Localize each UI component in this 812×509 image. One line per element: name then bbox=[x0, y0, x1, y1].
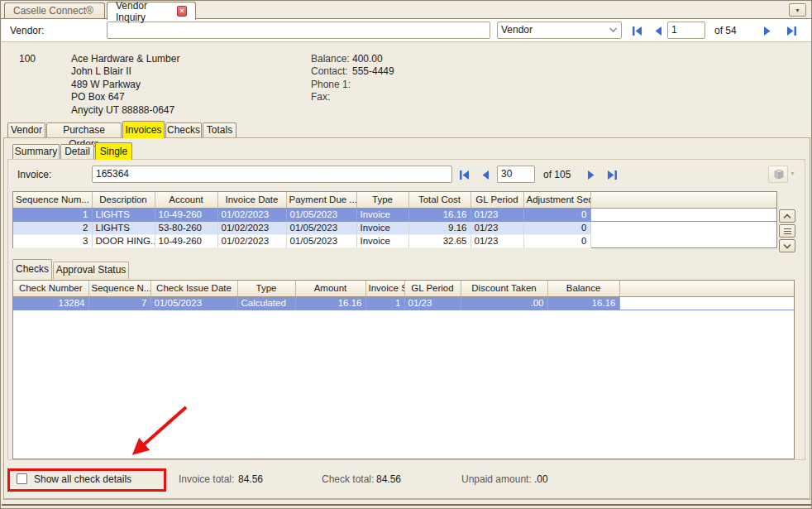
close-icon[interactable]: × bbox=[177, 6, 187, 17]
cell[interactable]: Invoice bbox=[356, 234, 408, 247]
cell[interactable]: 01/05/2023 bbox=[286, 234, 356, 247]
col-amount[interactable]: Amount bbox=[295, 281, 365, 296]
tab-invoices[interactable]: Invoices bbox=[122, 121, 165, 138]
cell[interactable]: 01/23 bbox=[470, 221, 523, 234]
col-sequence-number[interactable]: Sequence N... bbox=[88, 281, 150, 296]
cell[interactable]: 16.16 bbox=[408, 208, 470, 221]
invoice-nav-next-button[interactable] bbox=[582, 166, 600, 183]
scroll-up-button[interactable] bbox=[779, 209, 795, 223]
col-discount-taken[interactable]: Discount Taken bbox=[461, 281, 547, 296]
tab-detail[interactable]: Detail bbox=[60, 144, 94, 159]
cell[interactable]: 01/02/2023 bbox=[217, 221, 286, 234]
attachments-button[interactable] bbox=[768, 166, 788, 183]
attachments-dropdown-icon[interactable]: ▼ bbox=[790, 170, 795, 176]
vendor-nav-next-button[interactable] bbox=[758, 22, 776, 39]
cell[interactable]: 01/05/2023 bbox=[150, 296, 237, 310]
invoice-nav-first-button[interactable] bbox=[455, 166, 473, 183]
cell[interactable]: 1 bbox=[13, 208, 92, 221]
tab-summary[interactable]: Summary bbox=[12, 144, 60, 159]
check-row-selected[interactable]: 13284 7 01/05/2023 Calculated 16.16 1 01… bbox=[13, 296, 794, 310]
cell[interactable]: 01/05/2023 bbox=[286, 221, 356, 234]
tab-approval-status[interactable]: Approval Status bbox=[53, 262, 129, 279]
col-type[interactable]: Type bbox=[356, 192, 408, 208]
invoice-row[interactable]: 3 DOOR HING... 10-49-260 01/02/2023 01/0… bbox=[13, 234, 776, 247]
scroll-down-button[interactable] bbox=[779, 239, 795, 252]
cell[interactable]: .00 bbox=[461, 296, 547, 310]
cell[interactable]: 10-49-260 bbox=[155, 234, 217, 247]
window-bottom-border bbox=[2, 504, 812, 506]
vendor-record-input[interactable]: 1 bbox=[667, 22, 705, 39]
cell[interactable]: 01/23 bbox=[404, 296, 461, 310]
cell[interactable]: Calculated bbox=[237, 296, 295, 310]
vendor-number: 100 bbox=[19, 53, 36, 65]
cell[interactable]: DOOR HING... bbox=[92, 234, 155, 247]
vendor-filter-value: Vendor bbox=[501, 22, 533, 38]
tab-single[interactable]: Single bbox=[95, 142, 132, 160]
scroll-grip-button[interactable] bbox=[779, 224, 795, 238]
cell[interactable]: 01/02/2023 bbox=[217, 234, 286, 247]
vendor-nav-last-button[interactable] bbox=[783, 22, 801, 39]
tab-summary-label: Summary bbox=[15, 146, 57, 157]
invoice-record-count-label: of 105 bbox=[543, 169, 571, 180]
cell[interactable]: 0 bbox=[523, 208, 590, 221]
cell[interactable]: 3 bbox=[13, 234, 92, 247]
cell[interactable]: Invoice bbox=[356, 221, 408, 234]
col-check-number[interactable]: Check Number bbox=[13, 281, 88, 296]
cell[interactable]: 32.65 bbox=[408, 234, 470, 247]
cell[interactable]: 7 bbox=[88, 296, 150, 310]
col-description[interactable]: Description bbox=[92, 192, 155, 208]
invoice-record-input[interactable]: 30 bbox=[497, 166, 535, 183]
cell[interactable]: 01/05/2023 bbox=[286, 208, 356, 221]
tab-caselle-connect-label: Caselle Connect® bbox=[13, 5, 93, 17]
vendor-nav-prev-button[interactable] bbox=[649, 22, 667, 39]
scroll-grip-icon bbox=[784, 228, 791, 234]
col-type[interactable]: Type bbox=[237, 281, 295, 296]
tab-vendor[interactable]: Vendor bbox=[7, 122, 45, 137]
col-invoice-date[interactable]: Invoice Date bbox=[217, 192, 286, 208]
contact-label: Contact: bbox=[311, 65, 351, 78]
col-invoice-seq[interactable]: Invoice S... bbox=[365, 281, 404, 296]
tab-totals[interactable]: Totals bbox=[203, 122, 236, 137]
cell[interactable]: 1 bbox=[365, 296, 404, 310]
cell-filler bbox=[590, 208, 776, 221]
tab-checks-detail[interactable]: Checks bbox=[12, 259, 52, 280]
tab-checks[interactable]: Checks bbox=[165, 122, 202, 137]
invoice-row-selected[interactable]: 1 LIGHTS 10-49-260 01/02/2023 01/05/2023… bbox=[13, 208, 776, 221]
invoice-nav-prev-button[interactable] bbox=[476, 166, 494, 183]
cell[interactable]: 2 bbox=[13, 221, 92, 234]
cell[interactable]: 0 bbox=[523, 234, 590, 247]
tab-vendor-inquiry[interactable]: Vendor Inquiry × bbox=[107, 2, 196, 20]
vendor-search-input[interactable] bbox=[107, 22, 490, 39]
cell[interactable]: 53-80-260 bbox=[155, 221, 217, 234]
cell[interactable]: 13284 bbox=[13, 296, 88, 310]
col-sequence-number[interactable]: Sequence Num... bbox=[13, 192, 92, 208]
vendor-nav-first-button[interactable] bbox=[628, 22, 646, 39]
col-gl-period[interactable]: GL Period bbox=[470, 192, 523, 208]
cell[interactable]: LIGHTS bbox=[92, 208, 155, 221]
cell[interactable]: 0 bbox=[523, 221, 590, 234]
tab-purchase-orders[interactable]: Purchase Orders bbox=[46, 122, 122, 137]
cell[interactable]: Invoice bbox=[356, 208, 408, 221]
col-payment-due[interactable]: Payment Due ... bbox=[286, 192, 356, 208]
invoice-nav-last-button[interactable] bbox=[604, 166, 622, 183]
col-balance[interactable]: Balance bbox=[547, 281, 619, 296]
cell[interactable]: LIGHTS bbox=[92, 221, 155, 234]
vendor-filter-select[interactable]: Vendor bbox=[497, 22, 622, 39]
col-gl-period[interactable]: GL Period bbox=[404, 281, 461, 296]
col-total-cost[interactable]: Total Cost bbox=[408, 192, 470, 208]
invoice-row[interactable]: 2 LIGHTS 53-80-260 01/02/2023 01/05/2023… bbox=[13, 221, 776, 234]
col-account[interactable]: Account bbox=[155, 192, 217, 208]
balance-label: Balance: bbox=[311, 53, 351, 65]
tab-caselle-connect[interactable]: Caselle Connect® bbox=[4, 2, 105, 18]
cell[interactable]: 01/23 bbox=[470, 234, 523, 247]
invoice-number-input[interactable]: 165364 bbox=[92, 166, 452, 183]
cell[interactable]: 16.16 bbox=[295, 296, 365, 310]
cell[interactable]: 9.16 bbox=[408, 221, 470, 234]
tab-list-dropdown-button[interactable]: ▼ bbox=[789, 3, 806, 17]
cell[interactable]: 01/02/2023 bbox=[217, 208, 286, 221]
cell[interactable]: 10-49-260 bbox=[155, 208, 217, 221]
col-check-issue-date[interactable]: Check Issue Date bbox=[150, 281, 237, 296]
col-adjustment-seq[interactable]: Adjustment Seq... bbox=[523, 192, 590, 208]
cell[interactable]: 01/23 bbox=[470, 208, 523, 221]
cell[interactable]: 16.16 bbox=[547, 296, 619, 310]
